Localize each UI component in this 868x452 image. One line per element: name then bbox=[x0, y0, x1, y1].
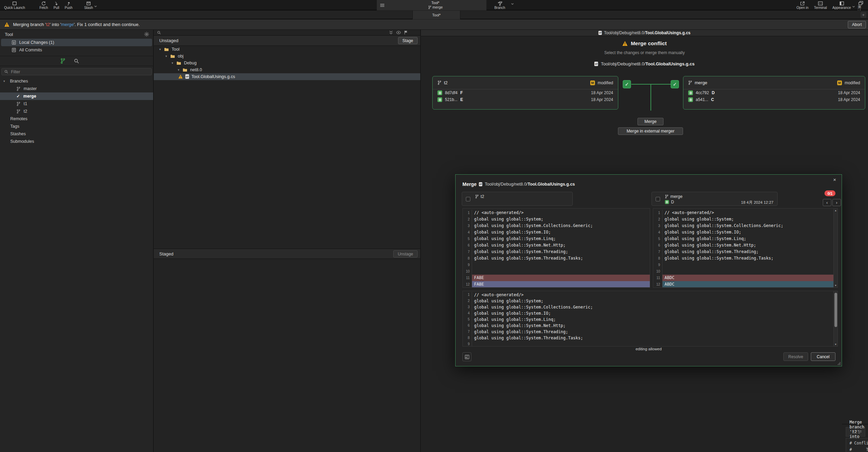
resize-grip[interactable] bbox=[838, 362, 841, 365]
chevron-down-icon[interactable]: ▾ bbox=[178, 68, 179, 72]
chevron-down-icon[interactable]: ▾ bbox=[159, 48, 161, 51]
right-code-pane[interactable]: 1// <auto-generated/>2global using globa… bbox=[653, 208, 838, 288]
sidebar-item-t1[interactable]: t1 bbox=[0, 100, 153, 108]
scroll-down-icon[interactable]: ▼ bbox=[834, 284, 838, 287]
scrollbar-thumb[interactable] bbox=[834, 293, 837, 327]
search-view-icon[interactable] bbox=[74, 59, 79, 64]
commit-row[interactable]: 8d7df4 F 18 Apr 2024 bbox=[433, 89, 618, 96]
left-branch-checkbox[interactable] bbox=[466, 197, 470, 201]
branch-card-t2: t2 M modified 8d7df4 F 18 Apr 2024 521b.… bbox=[432, 76, 618, 110]
branch-chevron-icon[interactable] bbox=[511, 3, 514, 5]
sidebar-view-switch bbox=[0, 56, 153, 66]
right-branch-checkbox[interactable] bbox=[656, 197, 660, 201]
prev-conflict-button[interactable]: ‹ bbox=[823, 199, 831, 206]
branches-view-icon[interactable] bbox=[60, 58, 65, 64]
sidebar-group-branches[interactable]: ▾ Branches bbox=[0, 77, 153, 85]
sidebar-group-submodules[interactable]: Submodules bbox=[0, 138, 153, 145]
sidebar-group-tags[interactable]: Tags bbox=[0, 123, 153, 130]
stash-chevron-icon[interactable] bbox=[94, 5, 97, 7]
commit-subject-input[interactable]: Merge branch 't2' into merge 22 bbox=[846, 427, 865, 437]
sidebar-item-local-changes[interactable]: Local Changes (1) bbox=[1, 39, 152, 46]
stash-button[interactable]: Stash bbox=[82, 0, 96, 10]
all-commits-label: All Commits bbox=[19, 48, 42, 52]
sidebar-group-remotes[interactable]: Remotes bbox=[0, 115, 153, 123]
repo-document-tab[interactable]: Tool* bbox=[412, 11, 460, 19]
quick-launch-icon bbox=[12, 1, 17, 6]
chevron-down-icon[interactable]: ▾ bbox=[172, 61, 173, 65]
document-tab-strip: Tool* + bbox=[0, 11, 868, 19]
tree-folder-debug[interactable]: ▾ Debug bbox=[154, 60, 420, 66]
layout-toggle-button[interactable] bbox=[462, 352, 471, 361]
commit-row[interactable]: 521b... E 18 Apr 2024 bbox=[433, 96, 618, 103]
result-code-pane[interactable]: 1// <auto-generated/>2global using globa… bbox=[462, 291, 838, 347]
fetch-button[interactable]: Fetch bbox=[37, 0, 51, 10]
commit-description-input[interactable]: # Conflicts: # Tool/obj/Debug/net8.0/Too… bbox=[846, 438, 868, 452]
gear-icon[interactable] bbox=[144, 32, 149, 37]
push-button[interactable]: Push bbox=[62, 0, 75, 10]
code-line: 2global using global::System; bbox=[463, 298, 838, 304]
collapse-all-icon[interactable] bbox=[389, 30, 393, 35]
branch-label: t2 bbox=[24, 109, 27, 114]
chevron-down-icon[interactable]: ▾ bbox=[3, 79, 7, 83]
tree-folder-net8[interactable]: ▾ net8.0 bbox=[154, 66, 420, 73]
repo-header: Tool bbox=[0, 30, 153, 39]
unstage-button[interactable]: Unstage bbox=[393, 250, 418, 258]
sidebar-item-all-commits[interactable]: All Commits bbox=[0, 46, 153, 54]
code-line: 10 bbox=[653, 268, 838, 275]
branch-button[interactable]: Branch bbox=[490, 0, 510, 10]
file-path-text: Tool/obj/Debug/net8.0/Tool.GlobalUsings.… bbox=[604, 30, 691, 35]
scroll-down-icon[interactable]: ▼ bbox=[834, 343, 838, 346]
sidebar-item-master[interactable]: master bbox=[0, 85, 153, 92]
commit-row[interactable]: 4cc792 D 18 Apr 2024 bbox=[683, 89, 865, 96]
abort-button[interactable]: Abort bbox=[848, 21, 866, 28]
sidebar-item-merge-current[interactable]: ✓ merge bbox=[0, 92, 153, 100]
next-conflict-button[interactable]: › bbox=[832, 199, 841, 206]
merge-external-button[interactable]: Merge in external merger bbox=[618, 127, 683, 135]
changes-search-bar[interactable] bbox=[154, 30, 420, 36]
code-line: 4global using global::System.IO; bbox=[463, 310, 838, 316]
changes-toolbar-icons bbox=[389, 30, 408, 35]
take-right-checkbox[interactable]: ✓ bbox=[671, 80, 679, 88]
tree-folder-tool[interactable]: ▾ Tool bbox=[154, 46, 420, 53]
appearance-chevron-icon[interactable] bbox=[852, 6, 855, 8]
stage-button[interactable]: Stage bbox=[398, 37, 418, 44]
take-left-checkbox[interactable]: ✓ bbox=[623, 80, 631, 88]
test-window-button[interactable]: 测试 bbox=[855, 0, 867, 10]
appearance-button[interactable]: Appearance bbox=[830, 0, 854, 10]
code-line: 6global using global::System.Net.Http; bbox=[653, 242, 838, 249]
chevron-down-icon[interactable]: ▾ bbox=[165, 54, 167, 58]
terminal-button[interactable]: C:\ Terminal bbox=[811, 0, 830, 10]
group-label: Submodules bbox=[10, 139, 34, 144]
tree-folder-obj[interactable]: ▾ obj bbox=[154, 53, 420, 60]
sidebar-group-stashes[interactable]: Stashes bbox=[0, 130, 153, 138]
repo-tab[interactable]: Tool* merge bbox=[377, 0, 486, 10]
resolve-button[interactable]: Resolve bbox=[783, 352, 808, 361]
new-tab-button[interactable]: + bbox=[860, 12, 866, 18]
conflict-count-badge: 0/1 bbox=[824, 190, 835, 196]
eye-icon[interactable] bbox=[396, 30, 401, 35]
commit-row[interactable]: a541... C 18 Apr 2024 bbox=[683, 96, 865, 103]
pull-button[interactable]: Pull bbox=[51, 0, 62, 10]
repo-tab-branch: merge bbox=[433, 5, 443, 10]
tree-file-conflict[interactable]: c# Tool.GlobalUsings.g.cs bbox=[154, 73, 420, 80]
close-icon[interactable]: × bbox=[833, 177, 836, 183]
left-code-pane[interactable]: 1// <auto-generated/>2global using globa… bbox=[462, 208, 650, 288]
open-in-button[interactable]: Open in bbox=[794, 0, 811, 10]
group-label: Stashes bbox=[10, 131, 26, 136]
code-scrollbar[interactable]: ▲ ▼ bbox=[833, 208, 838, 288]
changes-panel: Unstaged Stage ▾ Tool ▾ obj ▾ Debug ▾ ne… bbox=[154, 30, 421, 452]
branch-t2-link[interactable]: t2 bbox=[46, 22, 50, 27]
quick-launch-button[interactable]: Quick Launch bbox=[1, 0, 28, 10]
lines-icon bbox=[858, 430, 861, 434]
hamburger-icon[interactable] bbox=[380, 4, 384, 7]
sidebar-item-t2[interactable]: t2 bbox=[0, 108, 153, 115]
toolbar-right-group: Open in C:\ Terminal Appearance 测试 bbox=[794, 0, 867, 10]
flag-icon[interactable] bbox=[404, 30, 408, 35]
code-line: 3global using global::System.Collections… bbox=[653, 223, 838, 229]
scroll-up-icon[interactable]: ▲ bbox=[834, 209, 838, 212]
merge-button[interactable]: Merge bbox=[637, 118, 664, 125]
cancel-button[interactable]: Cancel bbox=[811, 352, 835, 361]
branch-merge-link[interactable]: merge bbox=[61, 22, 74, 27]
result-scrollbar[interactable]: ▼ bbox=[833, 291, 838, 347]
filter-input[interactable]: Filter bbox=[1, 68, 152, 75]
